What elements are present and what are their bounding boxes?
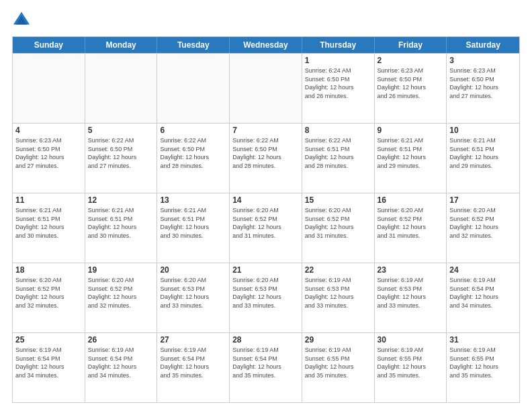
calendar-cell-2-5: 8Sunrise: 6:22 AM Sunset: 6:51 PM Daylig…: [302, 124, 375, 193]
cell-info-text: Sunrise: 6:20 AM Sunset: 6:52 PM Dayligh…: [449, 206, 517, 240]
calendar-cell-2-1: 4Sunrise: 6:23 AM Sunset: 6:50 PM Daylig…: [13, 124, 85, 193]
cell-info-text: Sunrise: 6:19 AM Sunset: 6:53 PM Dayligh…: [305, 276, 371, 310]
cell-info-text: Sunrise: 6:20 AM Sunset: 6:52 PM Dayligh…: [88, 276, 154, 310]
cell-info-text: Sunrise: 6:20 AM Sunset: 6:53 PM Dayligh…: [232, 276, 299, 310]
calendar-cell-4-7: 24Sunrise: 6:19 AM Sunset: 6:54 PM Dayli…: [447, 263, 519, 332]
cell-day-number: 5: [88, 126, 154, 135]
weekday-header-monday: Monday: [85, 37, 158, 53]
cell-day-number: 12: [88, 195, 154, 205]
calendar-row-1: 1Sunrise: 6:24 AM Sunset: 6:50 PM Daylig…: [13, 53, 519, 123]
cell-info-text: Sunrise: 6:21 AM Sunset: 6:51 PM Dayligh…: [160, 206, 226, 240]
weekday-header-friday: Friday: [375, 37, 447, 53]
cell-info-text: Sunrise: 6:19 AM Sunset: 6:53 PM Dayligh…: [378, 276, 444, 310]
cell-day-number: 20: [160, 265, 226, 275]
calendar-cell-4-5: 22Sunrise: 6:19 AM Sunset: 6:53 PM Dayli…: [302, 263, 375, 332]
cell-info-text: Sunrise: 6:22 AM Sunset: 6:50 PM Dayligh…: [88, 136, 154, 170]
cell-info-text: Sunrise: 6:20 AM Sunset: 6:52 PM Dayligh…: [305, 206, 371, 240]
calendar-cell-4-4: 21Sunrise: 6:20 AM Sunset: 6:53 PM Dayli…: [230, 263, 302, 332]
cell-day-number: 27: [160, 335, 226, 345]
cell-day-number: 19: [88, 265, 154, 275]
calendar-cell-5-3: 27Sunrise: 6:19 AM Sunset: 6:54 PM Dayli…: [157, 333, 230, 402]
cell-day-number: 25: [15, 335, 82, 345]
weekday-header-thursday: Thursday: [302, 37, 375, 53]
calendar-cell-3-7: 17Sunrise: 6:20 AM Sunset: 6:52 PM Dayli…: [447, 193, 519, 263]
cell-info-text: Sunrise: 6:22 AM Sunset: 6:50 PM Dayligh…: [232, 136, 299, 170]
cell-info-text: Sunrise: 6:19 AM Sunset: 6:54 PM Dayligh…: [160, 346, 226, 379]
calendar-cell-3-2: 12Sunrise: 6:21 AM Sunset: 6:51 PM Dayli…: [85, 193, 158, 263]
calendar-cell-1-5: 1Sunrise: 6:24 AM Sunset: 6:50 PM Daylig…: [302, 54, 375, 123]
cell-info-text: Sunrise: 6:21 AM Sunset: 6:51 PM Dayligh…: [449, 136, 517, 170]
calendar-cell-2-4: 7Sunrise: 6:22 AM Sunset: 6:50 PM Daylig…: [230, 124, 302, 193]
cell-day-number: 30: [378, 335, 444, 345]
calendar-body: 1Sunrise: 6:24 AM Sunset: 6:50 PM Daylig…: [13, 53, 519, 402]
calendar-cell-2-3: 6Sunrise: 6:22 AM Sunset: 6:50 PM Daylig…: [157, 124, 230, 193]
calendar-row-2: 4Sunrise: 6:23 AM Sunset: 6:50 PM Daylig…: [13, 123, 519, 193]
cell-day-number: 4: [15, 126, 82, 135]
calendar-cell-5-7: 31Sunrise: 6:19 AM Sunset: 6:55 PM Dayli…: [447, 333, 519, 402]
header: [12, 11, 520, 30]
cell-info-text: Sunrise: 6:23 AM Sunset: 6:50 PM Dayligh…: [15, 136, 82, 170]
calendar-cell-1-1: [13, 54, 85, 123]
cell-day-number: 28: [232, 335, 299, 345]
cell-day-number: 18: [15, 265, 82, 275]
cell-info-text: Sunrise: 6:21 AM Sunset: 6:51 PM Dayligh…: [378, 136, 444, 170]
cell-day-number: 21: [232, 265, 299, 275]
page: SundayMondayTuesdayWednesdayThursdayFrid…: [0, 0, 532, 411]
calendar-cell-5-4: 28Sunrise: 6:19 AM Sunset: 6:54 PM Dayli…: [230, 333, 302, 402]
weekday-header-sunday: Sunday: [13, 37, 85, 53]
calendar-cell-3-3: 13Sunrise: 6:21 AM Sunset: 6:51 PM Dayli…: [157, 193, 230, 263]
cell-info-text: Sunrise: 6:20 AM Sunset: 6:53 PM Dayligh…: [160, 276, 226, 310]
calendar-cell-5-1: 25Sunrise: 6:19 AM Sunset: 6:54 PM Dayli…: [13, 333, 85, 402]
cell-info-text: Sunrise: 6:21 AM Sunset: 6:51 PM Dayligh…: [15, 206, 82, 240]
calendar-cell-5-2: 26Sunrise: 6:19 AM Sunset: 6:54 PM Dayli…: [85, 333, 158, 402]
cell-info-text: Sunrise: 6:19 AM Sunset: 6:54 PM Dayligh…: [15, 346, 82, 379]
cell-day-number: 13: [160, 195, 226, 205]
cell-info-text: Sunrise: 6:23 AM Sunset: 6:50 PM Dayligh…: [449, 66, 517, 100]
weekday-header-saturday: Saturday: [447, 37, 519, 53]
cell-info-text: Sunrise: 6:22 AM Sunset: 6:51 PM Dayligh…: [305, 136, 371, 170]
calendar-cell-4-2: 19Sunrise: 6:20 AM Sunset: 6:52 PM Dayli…: [85, 263, 158, 332]
calendar-cell-4-3: 20Sunrise: 6:20 AM Sunset: 6:53 PM Dayli…: [157, 263, 230, 332]
cell-info-text: Sunrise: 6:20 AM Sunset: 6:52 PM Dayligh…: [15, 276, 82, 310]
cell-day-number: 26: [88, 335, 154, 345]
calendar-cell-3-6: 16Sunrise: 6:20 AM Sunset: 6:52 PM Dayli…: [375, 193, 447, 263]
calendar-header: SundayMondayTuesdayWednesdayThursdayFrid…: [13, 37, 519, 53]
cell-day-number: 6: [160, 126, 226, 135]
logo-icon: [12, 11, 31, 30]
cell-info-text: Sunrise: 6:21 AM Sunset: 6:51 PM Dayligh…: [88, 206, 154, 240]
calendar-cell-4-1: 18Sunrise: 6:20 AM Sunset: 6:52 PM Dayli…: [13, 263, 85, 332]
cell-day-number: 7: [232, 126, 299, 135]
calendar-cell-3-5: 15Sunrise: 6:20 AM Sunset: 6:52 PM Dayli…: [302, 193, 375, 263]
cell-info-text: Sunrise: 6:23 AM Sunset: 6:50 PM Dayligh…: [378, 66, 444, 100]
cell-day-number: 22: [305, 265, 371, 275]
cell-info-text: Sunrise: 6:22 AM Sunset: 6:50 PM Dayligh…: [160, 136, 226, 170]
calendar-row-3: 11Sunrise: 6:21 AM Sunset: 6:51 PM Dayli…: [13, 193, 519, 263]
cell-day-number: 1: [305, 56, 371, 65]
calendar-cell-2-6: 9Sunrise: 6:21 AM Sunset: 6:51 PM Daylig…: [375, 124, 447, 193]
weekday-header-tuesday: Tuesday: [157, 37, 230, 53]
calendar-cell-5-5: 29Sunrise: 6:19 AM Sunset: 6:55 PM Dayli…: [302, 333, 375, 402]
cell-day-number: 24: [449, 265, 517, 275]
cell-day-number: 23: [378, 265, 444, 275]
calendar-cell-1-2: [85, 54, 158, 123]
cell-info-text: Sunrise: 6:20 AM Sunset: 6:52 PM Dayligh…: [378, 206, 444, 240]
calendar-cell-2-2: 5Sunrise: 6:22 AM Sunset: 6:50 PM Daylig…: [85, 124, 158, 193]
cell-info-text: Sunrise: 6:19 AM Sunset: 6:54 PM Dayligh…: [88, 346, 154, 379]
cell-day-number: 31: [449, 335, 517, 345]
calendar-cell-1-3: [157, 54, 230, 123]
cell-day-number: 17: [449, 195, 517, 205]
logo: [12, 11, 34, 30]
cell-day-number: 3: [449, 56, 517, 65]
cell-day-number: 11: [15, 195, 82, 205]
calendar-cell-1-7: 3Sunrise: 6:23 AM Sunset: 6:50 PM Daylig…: [447, 54, 519, 123]
cell-info-text: Sunrise: 6:24 AM Sunset: 6:50 PM Dayligh…: [305, 66, 371, 100]
cell-day-number: 10: [449, 126, 517, 135]
weekday-header-wednesday: Wednesday: [230, 37, 302, 53]
cell-info-text: Sunrise: 6:19 AM Sunset: 6:55 PM Dayligh…: [305, 346, 371, 379]
calendar: SundayMondayTuesdayWednesdayThursdayFrid…: [12, 36, 520, 403]
calendar-cell-1-4: [230, 54, 302, 123]
calendar-cell-3-4: 14Sunrise: 6:20 AM Sunset: 6:52 PM Dayli…: [230, 193, 302, 263]
cell-day-number: 15: [305, 195, 371, 205]
calendar-cell-1-6: 2Sunrise: 6:23 AM Sunset: 6:50 PM Daylig…: [375, 54, 447, 123]
cell-info-text: Sunrise: 6:19 AM Sunset: 6:55 PM Dayligh…: [449, 346, 517, 379]
